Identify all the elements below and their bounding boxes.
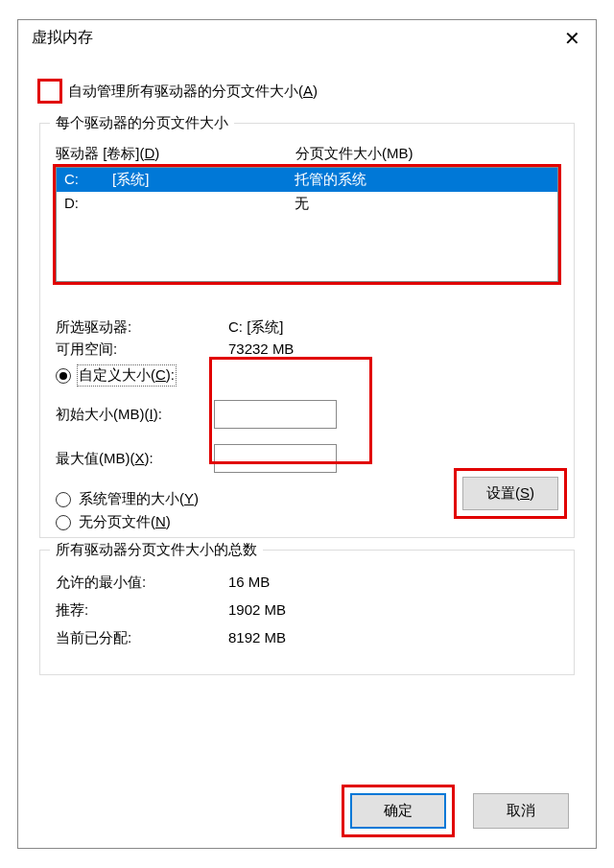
- close-icon[interactable]: ✕: [558, 29, 586, 48]
- no-paging-radio[interactable]: 无分页文件(N): [56, 513, 558, 531]
- initial-size-input[interactable]: [214, 400, 337, 429]
- header-size: 分页文件大小(MB): [295, 145, 558, 163]
- drive-size: 无: [295, 195, 550, 213]
- set-button[interactable]: 设置(S): [462, 477, 558, 510]
- custom-size-radio[interactable]: 自定义大小(C):: [56, 366, 558, 385]
- rec-value: 1902 MB: [228, 601, 558, 620]
- free-space-label: 可用空间:: [56, 340, 228, 359]
- custom-size-area: 自定义大小(C): 初始大小(MB)(I): 最大值(MB)(X):: [56, 366, 558, 473]
- header-drive: 驱动器 [卷标](D): [56, 145, 295, 163]
- no-paging-label: 无分页文件(N): [79, 513, 171, 531]
- auto-manage-label: 自动管理所有驱动器的分页文件大小(A): [68, 82, 318, 101]
- drives-groupbox: 每个驱动器的分页文件大小 驱动器 [卷标](D) 分页文件大小(MB) C: […: [39, 123, 575, 538]
- drive-letter: D:: [64, 195, 112, 213]
- auto-manage-checkbox[interactable]: [39, 81, 60, 102]
- drive-size: 托管的系统: [295, 171, 550, 189]
- cur-label: 当前已分配:: [56, 629, 228, 647]
- drives-group-title: 每个驱动器的分页文件大小: [50, 114, 234, 132]
- min-label: 允许的最小值:: [56, 574, 228, 592]
- initial-size-label: 初始大小(MB)(I):: [56, 406, 214, 424]
- cur-value: 8192 MB: [228, 629, 558, 647]
- radio-icon: [56, 515, 71, 530]
- drive-row[interactable]: D: 无: [57, 192, 557, 216]
- system-managed-label: 系统管理的大小(Y): [79, 490, 199, 508]
- virtual-memory-dialog: 虚拟内存 ✕ 自动管理所有驱动器的分页文件大小(A) 每个驱动器的分页文件大小 …: [17, 19, 597, 849]
- drive-row[interactable]: C: [系统] 托管的系统: [57, 168, 557, 192]
- auto-manage-checkbox-row[interactable]: 自动管理所有驱动器的分页文件大小(A): [39, 81, 575, 102]
- selected-drive-info: 所选驱动器: C: [系统] 可用空间: 73232 MB: [56, 318, 558, 359]
- ok-button[interactable]: 确定: [350, 793, 446, 829]
- titlebar: 虚拟内存 ✕: [18, 20, 596, 54]
- drive-list-headers: 驱动器 [卷标](D) 分页文件大小(MB): [56, 145, 558, 163]
- dialog-buttons: 确定 取消: [39, 793, 575, 829]
- drive-letter: C:: [64, 171, 112, 189]
- radio-icon: [56, 368, 71, 384]
- selected-drive-label: 所选驱动器:: [56, 318, 228, 337]
- rec-label: 推荐:: [56, 601, 228, 620]
- drive-label: [系统]: [112, 171, 149, 189]
- cancel-button[interactable]: 取消: [473, 793, 569, 829]
- free-space-value: 73232 MB: [228, 340, 558, 359]
- min-value: 16 MB: [228, 574, 558, 592]
- drive-list[interactable]: C: [系统] 托管的系统 D: 无: [56, 167, 558, 282]
- selected-drive-value: C: [系统]: [228, 318, 558, 337]
- custom-size-label: 自定义大小(C):: [79, 366, 175, 385]
- radio-icon: [56, 492, 71, 507]
- window-title: 虚拟内存: [32, 28, 93, 48]
- totals-group-title: 所有驱动器分页文件大小的总数: [50, 541, 263, 559]
- max-size-label: 最大值(MB)(X):: [56, 450, 214, 468]
- totals-groupbox: 所有驱动器分页文件大小的总数 允许的最小值: 16 MB 推荐: 1902 MB…: [39, 550, 575, 675]
- max-size-input[interactable]: [214, 444, 337, 473]
